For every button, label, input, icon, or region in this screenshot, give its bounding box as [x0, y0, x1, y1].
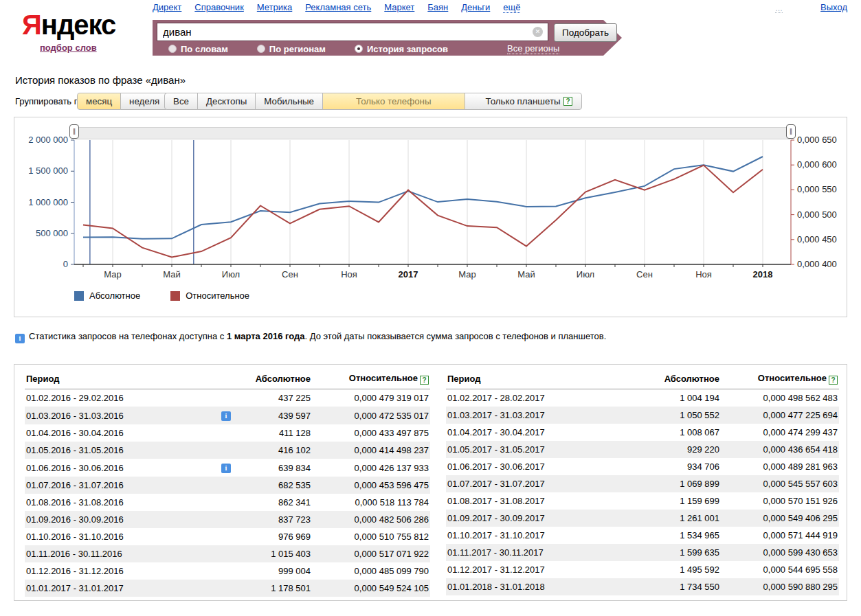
search-mode-3[interactable]: История запросов: [355, 44, 448, 54]
search-mode-1[interactable]: По словам: [168, 44, 228, 54]
search-input[interactable]: [157, 23, 548, 41]
cell-absolute: 1 534 965: [645, 527, 721, 544]
radio-icon[interactable]: [355, 45, 363, 53]
svg-text:2018: 2018: [753, 269, 773, 280]
cell-period: 01.05.2017 - 31.05.2017: [446, 441, 625, 458]
info-icon: i: [15, 334, 25, 343]
top-nav: ДиректСправочникМетрикаРекламная сетьМар…: [153, 2, 520, 13]
radio-icon[interactable]: [168, 45, 177, 53]
chart-plot: МарМайИюлСенНоя2017МарМайИюлСенНоя201805…: [14, 117, 847, 317]
nav-link-1[interactable]: Директ: [153, 2, 181, 13]
period-button-1[interactable]: месяц: [77, 93, 121, 110]
device-button-1[interactable]: Все: [164, 93, 198, 110]
cell-period: 01.12.2017 - 31.12.2017: [446, 561, 625, 578]
device-button-3[interactable]: Мобильные: [255, 93, 323, 110]
clear-input-icon[interactable]: ✕: [533, 27, 543, 37]
cell-info: [216, 511, 236, 528]
nav-link-3[interactable]: Метрика: [257, 2, 292, 13]
cell-absolute: 416 102: [236, 442, 312, 459]
note-text-after: . До этой даты показывается сумма запрос…: [304, 331, 606, 341]
nav-link-4[interactable]: Рекламная сеть: [305, 2, 371, 13]
logo-letter-ya: Я: [22, 10, 41, 40]
cell-absolute: 999 004: [236, 562, 312, 580]
table-row: 01.09.2016 - 30.09.2016837 7230,000 482 …: [25, 511, 430, 528]
note-bold-date: 1 марта 2016 года: [227, 331, 305, 341]
svg-text:Ноя: Ноя: [341, 269, 357, 280]
cell-info: [216, 528, 236, 545]
cell-info: [625, 441, 645, 458]
nav-link-7[interactable]: Деньги: [461, 2, 490, 13]
cell-relative: 0,000 517 071 922: [312, 545, 430, 562]
svg-text:0,000 400: 0,000 400: [797, 259, 837, 269]
cell-relative: 0,000 590 880 295: [721, 578, 839, 595]
nav-link-5[interactable]: Маркет: [384, 2, 414, 13]
cell-info: [625, 424, 645, 441]
cell-relative: 0,000 477 225 694: [721, 407, 839, 424]
nav-link-2[interactable]: Справочник: [194, 2, 244, 13]
cell-relative: 0,000 479 319 017: [312, 389, 430, 407]
cell-period: 01.09.2016 - 30.09.2016: [25, 511, 216, 528]
svg-text:1 500 000: 1 500 000: [28, 166, 68, 176]
legend-item-1[interactable]: Абсолютное: [74, 290, 140, 301]
cell-absolute: 439 597: [236, 407, 312, 424]
cell-absolute: 1 178 501: [236, 580, 312, 597]
row-info-icon[interactable]: i: [221, 411, 231, 421]
cell-info: [625, 527, 645, 544]
cell-period: 01.04.2016 - 30.04.2016: [25, 424, 216, 442]
cell-relative: 0,000 544 695 558: [721, 561, 839, 578]
period-button-2[interactable]: неделя: [120, 93, 168, 110]
wordstat-home-link[interactable]: подбор слов: [40, 43, 97, 53]
cell-absolute: 1 734 550: [645, 578, 721, 595]
all-regions-link[interactable]: Все регионы: [507, 43, 559, 54]
relative-help-icon[interactable]: ?: [420, 376, 429, 385]
cell-absolute: 862 341: [236, 494, 312, 511]
nav-link-8[interactable]: ещё: [503, 2, 520, 13]
cell-relative: 0,000 510 755 812: [312, 528, 430, 545]
cell-period: 01.07.2017 - 31.07.2017: [446, 475, 625, 492]
cell-period: 01.08.2016 - 31.08.2016: [25, 494, 216, 511]
device-button-2[interactable]: Десктопы: [197, 93, 256, 110]
legend-item-2[interactable]: Относительное: [170, 290, 249, 301]
device-button-4[interactable]: Только телефоны: [322, 93, 465, 110]
cell-relative: 0,000 474 299 437: [721, 424, 839, 441]
search-mode-2[interactable]: По регионам: [257, 44, 326, 54]
cell-relative: 0,000 545 557 603: [721, 475, 839, 492]
radio-icon[interactable]: [257, 45, 265, 53]
cell-absolute: 1 004 194: [645, 389, 721, 407]
nav-link-6[interactable]: Баян: [427, 2, 448, 13]
cell-relative: 0,000 482 506 286: [312, 511, 430, 528]
logout-link[interactable]: Выход: [820, 2, 847, 12]
range-handle-left[interactable]: ∥: [69, 124, 79, 139]
table-row: 01.04.2017 - 30.04.20171 008 0670,000 47…: [446, 424, 839, 441]
phones-stats-note: iСтатистика запросов на телефонах доступ…: [15, 331, 840, 343]
cell-relative: 0,000 472 535 017: [312, 407, 430, 424]
table-row: 01.04.2016 - 30.04.2016411 1280,000 433 …: [25, 424, 430, 442]
table-row: 01.05.2016 - 31.05.2016416 1020,000 414 …: [25, 442, 430, 459]
svg-text:0,000 600: 0,000 600: [797, 159, 837, 170]
cell-relative: 0,000 570 151 926: [721, 492, 839, 510]
cell-absolute: 1 599 635: [645, 544, 721, 561]
wordstat-page: ДиректСправочникМетрикаРекламная сетьМар…: [0, 0, 861, 616]
cell-info: [216, 545, 236, 562]
range-handle-right[interactable]: ∥: [786, 124, 796, 139]
row-info-icon[interactable]: i: [221, 464, 231, 473]
devices-help-icon[interactable]: ?: [563, 97, 572, 106]
user-menu-collapsed[interactable]: …: [775, 4, 783, 13]
table-row: 01.03.2016 - 31.03.2016i439 5970,000 472…: [25, 407, 430, 424]
relative-help-icon[interactable]: ?: [829, 376, 838, 385]
cell-relative: 0,000 489 281 963: [721, 458, 839, 475]
history-chart: МарМайИюлСенНоя2017МарМайИюлСенНоя201805…: [14, 117, 847, 317]
group-by-label: Группировать по:: [15, 96, 87, 106]
header-period: Период: [446, 370, 625, 389]
pick-button[interactable]: Подобрать: [554, 23, 617, 42]
cell-period: 01.10.2016 - 31.10.2016: [25, 528, 216, 545]
header-info-spacer: [625, 370, 645, 389]
series-Относительное: [83, 166, 763, 258]
cell-period: 01.05.2016 - 31.05.2016: [25, 442, 216, 459]
yandex-logo[interactable]: Яндекс: [22, 10, 115, 41]
table-row: 01.05.2017 - 31.05.2017929 2200,000 436 …: [446, 441, 839, 458]
cell-relative: 0,000 599 430 653: [721, 544, 839, 561]
svg-text:Май: Май: [163, 269, 180, 280]
cell-relative: 0,000 414 498 237: [312, 442, 430, 459]
legend-swatch: [74, 291, 84, 301]
